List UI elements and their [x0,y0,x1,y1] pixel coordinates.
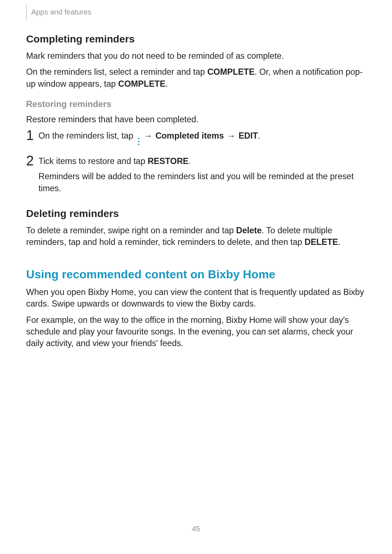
label-delete-caps: DELETE [305,237,338,247]
label-delete: Delete [236,226,262,235]
step-1: 1 On the reminders list, tap → Completed… [26,130,366,149]
text-fragment: Tick items to restore and tap [38,156,148,166]
page-number: 45 [0,525,392,533]
label-completed-items: Completed items [155,131,224,140]
label-complete: COMPLETE [207,67,254,77]
text-fragment: . [166,79,168,89]
completing-para-1: Mark reminders that you do not need to b… [26,50,366,62]
breadcrumb: Apps and features [31,8,91,16]
text-fragment: On the reminders list, select a reminder… [26,67,207,77]
arrow-icon: → [226,130,236,141]
text-fragment: . [338,237,340,247]
label-edit: EDIT [238,131,258,140]
heading-completing-reminders: Completing reminders [26,33,366,45]
step-body: Tick items to restore and tap RESTORE. R… [38,155,366,198]
arrow-icon: → [143,130,153,141]
step-body: On the reminders list, tap → Completed i… [38,130,366,149]
heading-restoring-reminders: Restoring reminders [26,99,366,109]
header-divider [26,4,27,20]
label-restore: RESTORE [148,156,189,166]
text-fragment: . [188,156,191,166]
more-options-icon [137,138,140,145]
text-fragment: On the reminders list, tap [38,131,136,140]
steps-list: 1 On the reminders list, tap → Completed… [26,130,366,198]
deleting-para: To delete a reminder, swipe right on a r… [26,225,366,248]
label-complete: COMPLETE [118,79,166,89]
page-content: Completing reminders Mark reminders that… [26,33,366,354]
heading-deleting-reminders: Deleting reminders [26,208,366,219]
step-number: 2 [26,154,38,168]
bixby-para-1: When you open Bixby Home, you can view t… [26,286,366,310]
heading-bixby-home: Using recommended content on Bixby Home [26,268,366,281]
text-fragment: . [258,131,260,140]
completing-para-2: On the reminders list, select a reminder… [26,66,366,90]
restoring-intro: Restore reminders that have been complet… [26,114,366,125]
step-note: Reminders will be added to the reminders… [38,171,366,194]
bixby-para-2: For example, on the way to the office in… [26,314,366,349]
step-number: 1 [26,128,38,142]
document-page: Apps and features Completing reminders M… [0,0,392,554]
step-2: 2 Tick items to restore and tap RESTORE.… [26,155,366,198]
text-fragment: To delete a reminder, swipe right on a r… [26,226,236,235]
